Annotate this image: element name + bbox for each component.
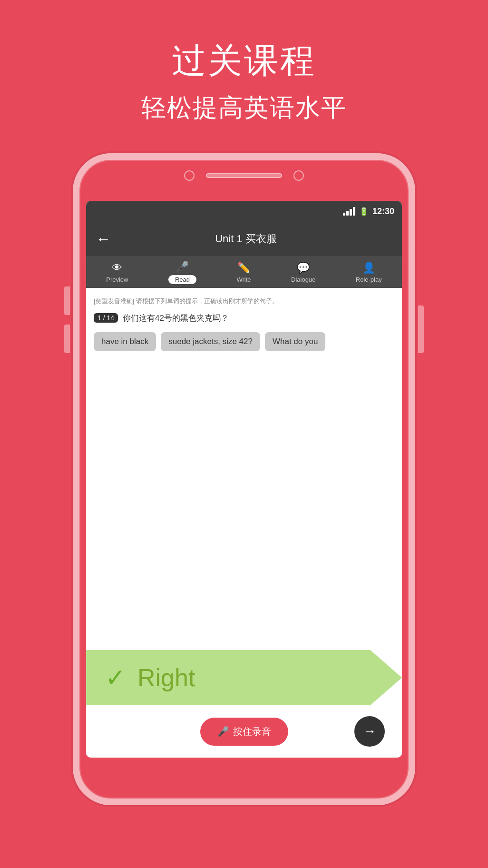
mic-icon: 🎤 — [217, 726, 229, 737]
tab-write-label: Write — [236, 276, 251, 283]
tab-roleplay[interactable]: 👤 Role-play — [356, 262, 382, 283]
word-chip-0[interactable]: have in black — [94, 332, 156, 351]
camera-dot — [184, 170, 195, 181]
signal-bar-2 — [346, 211, 349, 216]
tab-read-label: Read — [168, 275, 196, 284]
app-header: ← Unit 1 买衣服 — [86, 222, 402, 256]
check-icon: ✓ — [105, 663, 126, 692]
camera-dot-right — [293, 170, 304, 181]
tab-dialogue[interactable]: 💬 Dialogue — [291, 262, 315, 283]
question-row: 1 / 14 你们这有42号的黑色夹克吗？ — [94, 313, 394, 324]
preview-icon: 👁 — [112, 262, 122, 274]
volume-down-button[interactable] — [64, 325, 70, 353]
status-bar: 🔋 12:30 — [86, 201, 402, 222]
dialogue-icon: 💬 — [297, 262, 310, 274]
signal-bar-1 — [343, 213, 345, 216]
tab-write[interactable]: ✏️ Write — [236, 262, 251, 283]
header-title-line2: 轻松提高英语水平 — [141, 91, 347, 125]
record-button[interactable]: 🎤 按住录音 — [200, 718, 288, 746]
volume-up-button[interactable] — [64, 286, 70, 315]
tab-read[interactable]: 🎤 Read — [168, 261, 196, 284]
record-button-label: 按住录音 — [233, 725, 271, 738]
nav-tabs: 👁 Preview 🎤 Read ✏️ Write 💬 Dialogue 👤 R… — [86, 256, 402, 288]
status-time: 12:30 — [372, 207, 394, 217]
next-button[interactable]: → — [354, 716, 385, 747]
instruction-text: [侧重发音准确] 请根据下列单词的提示，正确读出刚才所学的句子。 — [94, 296, 394, 306]
word-chips: have in black suede jackets, size 42? Wh… — [94, 332, 394, 351]
phone-screen: 🔋 12:30 ← Unit 1 买衣服 👁 Preview 🎤 Read ✏️… — [86, 201, 402, 758]
header-section: 过关课程 轻松提高英语水平 — [141, 38, 347, 125]
word-chip-2[interactable]: What do you — [265, 332, 325, 351]
content-area: [侧重发音准确] 请根据下列单词的提示，正确读出刚才所学的句子。 1 / 14 … — [86, 288, 402, 758]
tab-preview[interactable]: 👁 Preview — [106, 262, 128, 283]
signal-indicator — [343, 207, 355, 216]
result-banner: ✓ Right — [86, 650, 402, 705]
content-spacer — [94, 361, 394, 651]
bottom-bar: 🎤 按住录音 → — [94, 705, 394, 758]
battery-icon: 🔋 — [359, 207, 369, 216]
power-button[interactable] — [418, 306, 424, 353]
phone-top-bar — [184, 170, 304, 181]
signal-bar-4 — [353, 207, 355, 216]
header-title-line1: 过关课程 — [141, 38, 347, 84]
result-text: Right — [137, 663, 195, 692]
word-chip-1[interactable]: suede jackets, size 42? — [161, 332, 260, 351]
next-icon: → — [363, 724, 376, 739]
signal-bar-3 — [350, 209, 352, 216]
question-text: 你们这有42号的黑色夹克吗？ — [123, 313, 229, 324]
tab-preview-label: Preview — [106, 276, 128, 283]
speaker-bar — [206, 173, 282, 178]
question-badge: 1 / 14 — [94, 313, 118, 323]
app-title: Unit 1 买衣服 — [118, 232, 373, 246]
roleplay-icon: 👤 — [362, 262, 375, 274]
read-icon: 🎤 — [176, 261, 189, 273]
tab-dialogue-label: Dialogue — [291, 276, 315, 283]
back-button[interactable]: ← — [96, 230, 111, 248]
tab-roleplay-label: Role-play — [356, 276, 382, 283]
write-icon: ✏️ — [237, 262, 250, 274]
phone-device: 🔋 12:30 ← Unit 1 买衣服 👁 Preview 🎤 Read ✏️… — [73, 153, 415, 805]
